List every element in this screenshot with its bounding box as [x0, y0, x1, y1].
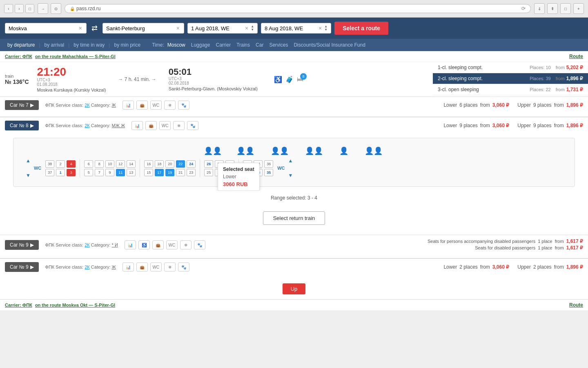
seat-18[interactable]: 18 [155, 160, 164, 168]
date2-down-arrow[interactable]: ▼ [324, 28, 327, 31]
passenger-icon-5: 👤 [339, 146, 348, 155]
seat-3[interactable]: 3 [67, 169, 76, 176]
date1-down-arrow[interactable]: ▼ [251, 28, 254, 31]
car7-header: Car № 7 ▶ ФПК Service class: 2К Category… [5, 100, 583, 110]
seat-38[interactable]: 38 [45, 160, 54, 168]
seat-2[interactable]: 2 [56, 160, 65, 168]
passengers-display: 👤👤 👤👤 👤👤 👤👤 👤 [26, 146, 562, 155]
seat-19[interactable]: 19 [165, 169, 174, 176]
trains-filter[interactable]: Trains [234, 41, 252, 49]
seat-25[interactable]: 25 [204, 169, 213, 176]
car9a-button[interactable]: Car № 9 ▶ [5, 240, 39, 250]
seat-1[interactable]: 1 [56, 169, 65, 176]
select-return-button[interactable]: Select return train [263, 211, 325, 225]
swap-button[interactable]: ⇄ [90, 24, 99, 33]
to-input[interactable] [106, 25, 176, 31]
discounts-filter[interactable]: Discounts/Social Insurance Fund [291, 41, 368, 49]
car9b-lower-from-label: from [480, 264, 490, 270]
car7-lower-price: 3,060 ₽ [492, 102, 509, 108]
scroll-up-arrow[interactable]: ▲ [26, 158, 31, 164]
seat-12[interactable]: 12 [116, 160, 125, 168]
from-clear-button[interactable]: × [78, 25, 83, 31]
car-filter[interactable]: Car [253, 41, 266, 49]
seat-21[interactable]: 21 [176, 169, 185, 176]
tab-view-button[interactable]: □ [25, 4, 34, 13]
date1-clear-button[interactable]: × [244, 25, 249, 31]
car7-arrow: ▶ [30, 102, 34, 108]
sort-by-time-in-way[interactable]: by time in way [71, 41, 107, 49]
scroll-down-arrow-right[interactable]: ▼ [288, 173, 293, 178]
seat-36[interactable]: 36 [264, 160, 273, 168]
route-link[interactable]: Route [569, 54, 583, 59]
forward-button[interactable]: › [15, 4, 24, 13]
price-row-2cl[interactable]: 2-cl. sleeping compt. Places: 39 from 1,… [433, 73, 588, 84]
seat-37[interactable]: 37 [45, 169, 54, 176]
from-input[interactable] [9, 25, 78, 31]
car9b-button[interactable]: Car № 9 ▶ [5, 262, 39, 272]
seat-26[interactable]: 26 [204, 160, 213, 168]
seat-11[interactable]: 11 [116, 169, 125, 176]
seat-20[interactable]: 20 [165, 160, 174, 168]
car8-button[interactable]: Car № 8 ▶ [5, 121, 39, 130]
address-bar[interactable]: 🔒 pass.rzd.ru ⟳ [65, 4, 531, 13]
seat-6[interactable]: 6 [84, 160, 93, 168]
add-tab-button[interactable]: + [573, 3, 584, 14]
share-button[interactable]: ⇞ [547, 3, 558, 14]
seat-14[interactable]: 14 [127, 160, 136, 168]
car9b-places: Lower 2 places from 3,060 ₽ Upper 2 plac… [443, 264, 583, 270]
car8-upper-places: 9 places [533, 123, 552, 128]
seat-7[interactable]: 7 [95, 169, 104, 176]
date2-clear-button[interactable]: × [318, 25, 323, 31]
luggage-filter[interactable]: Luggage [189, 41, 213, 49]
seat-23[interactable]: 23 [187, 169, 196, 176]
car9b-lower-label: Lower [443, 264, 457, 270]
seat-17[interactable]: 17 [155, 169, 164, 176]
car7-button[interactable]: Car № 7 ▶ [5, 100, 39, 110]
car8-service-class[interactable]: 2К [85, 123, 90, 128]
refresh-icon-button[interactable]: → [38, 3, 48, 14]
car9b-upper-row: Upper 2 places from 1,896 ₽ [517, 264, 583, 270]
sort-by-min-price[interactable]: by min price [111, 41, 143, 49]
reload-icon[interactable]: ⟳ [521, 6, 526, 11]
to-clear-button[interactable]: × [176, 25, 180, 31]
services-filter[interactable]: Services [267, 41, 290, 49]
car9b-service-class[interactable]: 2К [85, 265, 90, 269]
seat-15[interactable]: 15 [144, 169, 153, 176]
up-button[interactable]: Up [283, 283, 306, 294]
date1-input[interactable] [191, 25, 244, 31]
seat-9[interactable]: 9 [105, 169, 114, 176]
seat-24[interactable]: 24 [187, 160, 196, 168]
time-moscow-filter[interactable]: Moscow [165, 41, 188, 49]
seat-4[interactable]: 4 [67, 160, 76, 168]
price-label-1cl: 1-cl. sleeping compt. [438, 65, 525, 70]
seat-13[interactable]: 13 [127, 169, 136, 176]
sort-by-departure[interactable]: by departure [5, 41, 37, 49]
back-button[interactable]: ‹ [4, 4, 13, 13]
up-btn-wrapper: Up [0, 278, 588, 299]
select-route-button[interactable]: Select a route [334, 22, 388, 35]
bottom-route-link[interactable]: Route [569, 302, 583, 308]
car9a-service-class[interactable]: 2К [85, 242, 90, 247]
price-row-3cl[interactable]: 3-cl. open sleeping Places: 22 from 1,73… [433, 84, 588, 95]
seat-8[interactable]: 8 [95, 160, 104, 168]
tooltip-position: Lower [223, 174, 254, 180]
expand-button[interactable]: □ [560, 3, 571, 14]
carrier-filter[interactable]: Carrier [213, 41, 233, 49]
date2-input[interactable] [265, 25, 318, 31]
car7-cat-label: Category: [91, 103, 112, 108]
seat-22[interactable]: 22 [176, 160, 185, 168]
seat-35[interactable]: 35 [264, 169, 273, 176]
home-button[interactable]: ⊙ [51, 3, 61, 14]
sort-by-arrival[interactable]: by arrival [42, 41, 67, 49]
seat-10[interactable]: 10 [105, 160, 114, 168]
seat-16[interactable]: 16 [144, 160, 153, 168]
seat-5[interactable]: 5 [84, 169, 93, 176]
car9a-row1-places: 1 place [538, 239, 552, 244]
scroll-up-arrow-right[interactable]: ▲ [288, 158, 293, 164]
price-row-1cl[interactable]: 1-cl. sleeping compt. Places: 10 from 5,… [433, 62, 588, 73]
scroll-down-arrow[interactable]: ▼ [26, 173, 31, 178]
passenger-icon-4: 👤👤 [305, 146, 323, 155]
car7-section: Car № 7 ▶ ФПК Service class: 2К Category… [0, 96, 588, 117]
download-button[interactable]: ⇓ [534, 3, 545, 14]
car7-service-class[interactable]: 2К [85, 103, 90, 108]
